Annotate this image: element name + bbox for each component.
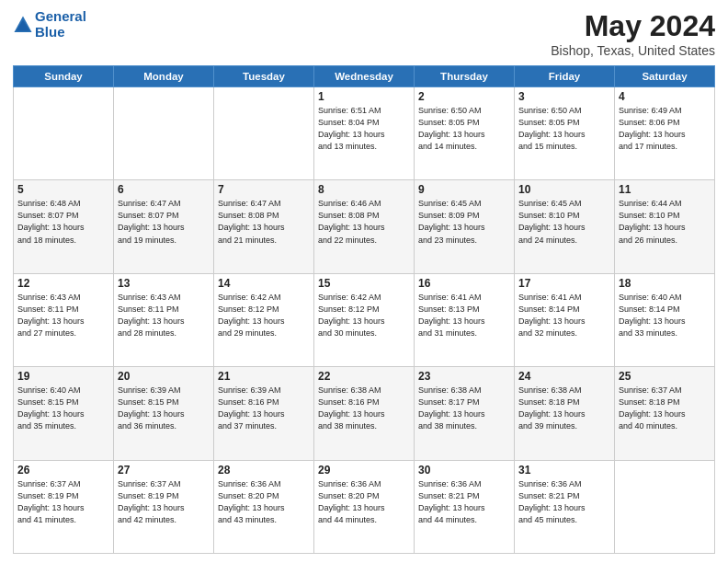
calendar-cell: 7Sunrise: 6:47 AM Sunset: 8:08 PM Daylig… (214, 180, 314, 273)
day-info: Sunrise: 6:38 AM Sunset: 8:16 PM Dayligh… (318, 385, 410, 432)
calendar-cell: 10Sunrise: 6:45 AM Sunset: 8:10 PM Dayli… (515, 180, 615, 273)
weekday-header: Saturday (615, 66, 715, 87)
logo: General Blue (13, 9, 86, 40)
day-number: 15 (318, 277, 410, 290)
calendar-cell: 16Sunrise: 6:41 AM Sunset: 8:13 PM Dayli… (415, 273, 515, 366)
day-number: 9 (418, 183, 510, 196)
day-info: Sunrise: 6:37 AM Sunset: 8:18 PM Dayligh… (619, 385, 711, 432)
weekday-header: Thursday (415, 66, 515, 87)
title-location: Bishop, Texas, United States (551, 43, 715, 58)
day-info: Sunrise: 6:49 AM Sunset: 8:06 PM Dayligh… (619, 105, 711, 153)
calendar-cell (114, 87, 214, 180)
day-number: 3 (518, 90, 610, 103)
calendar-cell: 5Sunrise: 6:48 AM Sunset: 8:07 PM Daylig… (14, 180, 114, 273)
day-number: 12 (17, 277, 109, 290)
day-number: 31 (518, 464, 610, 477)
weekday-header: Sunday (14, 66, 114, 87)
day-info: Sunrise: 6:38 AM Sunset: 8:17 PM Dayligh… (418, 385, 510, 432)
calendar-cell: 28Sunrise: 6:36 AM Sunset: 8:20 PM Dayli… (214, 460, 314, 553)
page: General Blue May 2024 Bishop, Texas, Uni… (0, 0, 728, 563)
day-number: 14 (218, 277, 310, 290)
day-number: 17 (518, 277, 610, 290)
day-number: 19 (17, 370, 109, 383)
calendar-cell: 30Sunrise: 6:36 AM Sunset: 8:21 PM Dayli… (415, 460, 515, 553)
day-number: 2 (418, 90, 510, 103)
day-number: 30 (418, 464, 510, 477)
day-number: 23 (418, 370, 510, 383)
header: General Blue May 2024 Bishop, Texas, Uni… (13, 9, 715, 58)
calendar-cell: 3Sunrise: 6:50 AM Sunset: 8:05 PM Daylig… (515, 87, 615, 180)
day-number: 27 (118, 464, 210, 477)
day-info: Sunrise: 6:39 AM Sunset: 8:16 PM Dayligh… (218, 385, 310, 432)
calendar-cell: 31Sunrise: 6:36 AM Sunset: 8:21 PM Dayli… (515, 460, 615, 553)
calendar-cell: 11Sunrise: 6:44 AM Sunset: 8:10 PM Dayli… (615, 180, 715, 273)
day-number: 7 (218, 183, 310, 196)
day-info: Sunrise: 6:41 AM Sunset: 8:14 PM Dayligh… (518, 292, 610, 339)
calendar-cell (214, 87, 314, 180)
weekday-header: Wednesday (314, 66, 415, 87)
day-info: Sunrise: 6:45 AM Sunset: 8:09 PM Dayligh… (418, 198, 510, 246)
day-info: Sunrise: 6:50 AM Sunset: 8:05 PM Dayligh… (518, 105, 610, 153)
day-number: 21 (218, 370, 310, 383)
day-number: 26 (17, 464, 109, 477)
day-info: Sunrise: 6:41 AM Sunset: 8:13 PM Dayligh… (418, 292, 510, 339)
day-info: Sunrise: 6:42 AM Sunset: 8:12 PM Dayligh… (218, 292, 310, 339)
day-number: 8 (318, 183, 410, 196)
calendar-cell: 29Sunrise: 6:36 AM Sunset: 8:20 PM Dayli… (314, 460, 415, 553)
title-month: May 2024 (551, 9, 715, 43)
weekday-header: Friday (515, 66, 615, 87)
day-info: Sunrise: 6:36 AM Sunset: 8:21 PM Dayligh… (418, 478, 510, 526)
calendar-cell (14, 87, 114, 180)
day-info: Sunrise: 6:47 AM Sunset: 8:08 PM Dayligh… (218, 198, 310, 246)
logo-line1: General (35, 9, 86, 25)
calendar-cell: 27Sunrise: 6:37 AM Sunset: 8:19 PM Dayli… (114, 460, 214, 553)
day-number: 29 (318, 464, 410, 477)
calendar-cell: 15Sunrise: 6:42 AM Sunset: 8:12 PM Dayli… (314, 273, 415, 366)
day-info: Sunrise: 6:40 AM Sunset: 8:15 PM Dayligh… (17, 385, 109, 432)
day-info: Sunrise: 6:47 AM Sunset: 8:07 PM Dayligh… (118, 198, 210, 246)
day-info: Sunrise: 6:43 AM Sunset: 8:11 PM Dayligh… (118, 292, 210, 339)
calendar-week-row: 5Sunrise: 6:48 AM Sunset: 8:07 PM Daylig… (14, 180, 715, 273)
calendar-cell: 26Sunrise: 6:37 AM Sunset: 8:19 PM Dayli… (14, 460, 114, 553)
day-number: 6 (118, 183, 210, 196)
title-block: May 2024 Bishop, Texas, United States (551, 9, 715, 58)
calendar-week-row: 26Sunrise: 6:37 AM Sunset: 8:19 PM Dayli… (14, 460, 715, 553)
calendar-cell: 24Sunrise: 6:38 AM Sunset: 8:18 PM Dayli… (515, 367, 615, 460)
day-number: 20 (118, 370, 210, 383)
weekday-header: Tuesday (214, 66, 314, 87)
calendar-cell: 12Sunrise: 6:43 AM Sunset: 8:11 PM Dayli… (14, 273, 114, 366)
calendar-cell: 21Sunrise: 6:39 AM Sunset: 8:16 PM Dayli… (214, 367, 314, 460)
day-info: Sunrise: 6:42 AM Sunset: 8:12 PM Dayligh… (318, 292, 410, 339)
calendar-cell: 13Sunrise: 6:43 AM Sunset: 8:11 PM Dayli… (114, 273, 214, 366)
day-info: Sunrise: 6:51 AM Sunset: 8:04 PM Dayligh… (318, 105, 410, 153)
calendar-cell: 14Sunrise: 6:42 AM Sunset: 8:12 PM Dayli… (214, 273, 314, 366)
calendar-week-row: 1Sunrise: 6:51 AM Sunset: 8:04 PM Daylig… (14, 87, 715, 180)
calendar-table: SundayMondayTuesdayWednesdayThursdayFrid… (13, 65, 715, 554)
day-info: Sunrise: 6:36 AM Sunset: 8:20 PM Dayligh… (318, 478, 410, 526)
calendar-cell: 4Sunrise: 6:49 AM Sunset: 8:06 PM Daylig… (615, 87, 715, 180)
calendar-cell: 19Sunrise: 6:40 AM Sunset: 8:15 PM Dayli… (14, 367, 114, 460)
day-info: Sunrise: 6:39 AM Sunset: 8:15 PM Dayligh… (118, 385, 210, 432)
calendar-week-row: 19Sunrise: 6:40 AM Sunset: 8:15 PM Dayli… (14, 367, 715, 460)
logo-icon (13, 15, 33, 35)
calendar-cell: 23Sunrise: 6:38 AM Sunset: 8:17 PM Dayli… (415, 367, 515, 460)
calendar-cell: 17Sunrise: 6:41 AM Sunset: 8:14 PM Dayli… (515, 273, 615, 366)
calendar-cell (615, 460, 715, 553)
day-info: Sunrise: 6:37 AM Sunset: 8:19 PM Dayligh… (17, 478, 109, 526)
day-info: Sunrise: 6:36 AM Sunset: 8:20 PM Dayligh… (218, 478, 310, 526)
day-number: 22 (318, 370, 410, 383)
day-info: Sunrise: 6:48 AM Sunset: 8:07 PM Dayligh… (17, 198, 109, 246)
day-info: Sunrise: 6:50 AM Sunset: 8:05 PM Dayligh… (418, 105, 510, 153)
logo-line2: Blue (35, 25, 86, 40)
calendar-cell: 9Sunrise: 6:45 AM Sunset: 8:09 PM Daylig… (415, 180, 515, 273)
day-number: 28 (218, 464, 310, 477)
day-number: 10 (518, 183, 610, 196)
day-info: Sunrise: 6:40 AM Sunset: 8:14 PM Dayligh… (619, 292, 711, 339)
calendar-cell: 6Sunrise: 6:47 AM Sunset: 8:07 PM Daylig… (114, 180, 214, 273)
day-info: Sunrise: 6:43 AM Sunset: 8:11 PM Dayligh… (17, 292, 109, 339)
calendar-cell: 1Sunrise: 6:51 AM Sunset: 8:04 PM Daylig… (314, 87, 415, 180)
calendar-header-row: SundayMondayTuesdayWednesdayThursdayFrid… (14, 66, 715, 87)
day-number: 25 (619, 370, 711, 383)
logo-text: General Blue (35, 9, 86, 40)
day-info: Sunrise: 6:36 AM Sunset: 8:21 PM Dayligh… (518, 478, 610, 526)
